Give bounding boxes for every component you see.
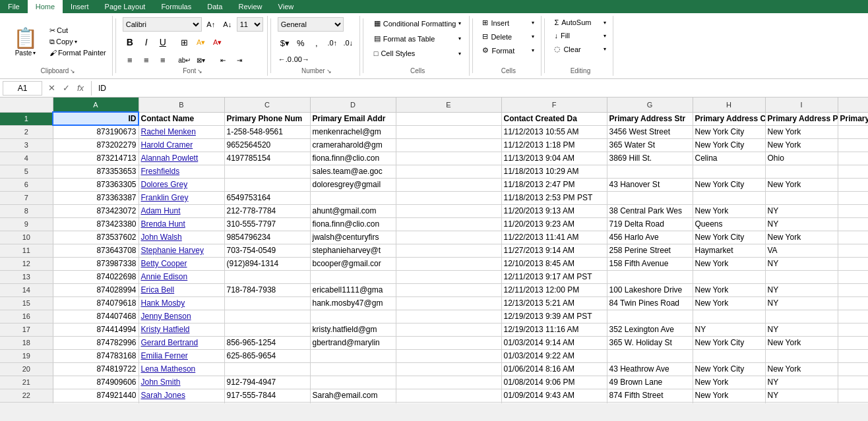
cell-11-B[interactable]: Stephanie Harvey (139, 244, 224, 257)
cell-12-I[interactable]: NY (765, 257, 838, 270)
cell-22-G[interactable]: 874 Fifth Street (607, 389, 693, 402)
cell-22-H[interactable]: New York (693, 389, 765, 402)
cell-link[interactable]: Erica Bell (141, 285, 175, 295)
cell-1-H[interactable]: Primary Address Cit (693, 112, 765, 125)
cell-5-B[interactable]: Freshfields (139, 165, 224, 178)
cell-4-I[interactable]: Ohio (765, 152, 838, 165)
cell-3-E[interactable] (396, 138, 501, 152)
conditional-formatting-button[interactable]: ▦ Conditional Formatting ▾ (370, 17, 466, 30)
row-header-19[interactable]: 19 (0, 349, 53, 362)
increase-decimal-button[interactable]: .0↑ (325, 36, 340, 50)
cell-9-D[interactable]: fiona.finn@clio.con (310, 217, 396, 231)
increase-font-button[interactable]: A↑ (204, 17, 218, 32)
cell-18-J[interactable] (838, 336, 868, 349)
cell-3-C[interactable]: 9652564520 (224, 138, 310, 152)
cell-8-F[interactable]: 11/20/2013 9:13 AM (501, 204, 607, 217)
paste-button[interactable]: 📋 Paste ▾ (8, 24, 43, 59)
row-header-2[interactable]: 2 (0, 125, 53, 138)
row-header-1[interactable]: 1 (0, 112, 53, 125)
increase-indent-button[interactable]: ⇥ (232, 53, 247, 67)
tab-insert[interactable]: Insert (63, 0, 97, 13)
col-header-A[interactable]: A (53, 98, 139, 112)
cell-16-D[interactable] (310, 310, 396, 323)
cell-7-F[interactable]: 11/18/2013 2:53 PM PST (501, 191, 607, 204)
cell-20-H[interactable]: New York City (693, 362, 765, 376)
row-header-14[interactable]: 14 (0, 283, 53, 296)
cell-23-I[interactable]: New York (765, 402, 838, 403)
percent-style-button[interactable]: % (294, 36, 308, 50)
delete-button[interactable]: ⊟ Delete ▾ (480, 31, 537, 42)
cell-link[interactable]: Annie Edison (141, 272, 188, 281)
cell-link[interactable]: Gerard Bertrand (141, 338, 199, 347)
cell-17-C[interactable] (224, 323, 310, 336)
cell-styles-button[interactable]: □ Cell Styles ▾ (370, 47, 466, 59)
cell-13-B[interactable]: Annie Edison (139, 270, 224, 283)
row-header-15[interactable]: 15 (0, 296, 53, 310)
cell-14-I[interactable]: NY (765, 283, 838, 296)
cell-23-E[interactable] (396, 402, 501, 403)
cell-10-H[interactable]: New York City (693, 231, 765, 244)
cell-link[interactable]: Franklin Grey (141, 193, 189, 202)
cell-16-F[interactable]: 12/19/2013 9:39 AM PST (501, 310, 607, 323)
cell-9-H[interactable]: Queens (693, 217, 765, 231)
cell-21-F[interactable]: 01/08/2014 9:06 PM (501, 376, 607, 389)
cell-3-D[interactable]: crameraharold@gm (310, 138, 396, 152)
cell-21-A[interactable]: 874909606 (53, 376, 139, 389)
cell-23-G[interactable]: 23 Witcher St (607, 402, 693, 403)
accounting-format-button[interactable]: $▾ (278, 36, 292, 50)
decrease-font-button[interactable]: A↓ (220, 17, 235, 32)
row-header-13[interactable]: 13 (0, 270, 53, 283)
cell-5-E[interactable] (396, 165, 501, 178)
cell-3-F[interactable]: 11/12/2013 1:18 PM (501, 138, 607, 152)
confirm-formula-button[interactable]: ✓ (59, 82, 73, 95)
row-header-5[interactable]: 5 (0, 165, 53, 178)
cell-11-G[interactable]: 258 Perine Street (607, 244, 693, 257)
cell-13-H[interactable] (693, 270, 765, 283)
cell-7-C[interactable]: 6549753164 (224, 191, 310, 204)
cell-19-F[interactable]: 01/03/2014 9:22 AM (501, 349, 607, 362)
autosum-button[interactable]: Σ AutoSum ▾ (551, 17, 609, 28)
cell-1-J[interactable]: Primary Address Po (838, 112, 868, 125)
cell-17-B[interactable]: Kristy Hatfield (139, 323, 224, 336)
cell-10-J[interactable] (838, 231, 868, 244)
cell-8-D[interactable]: ahunt@gmail.com (310, 204, 396, 217)
col-header-B[interactable]: B (139, 98, 224, 112)
cell-link[interactable]: Brenda Hunt (141, 219, 185, 229)
insert-button[interactable]: ⊞ Insert ▾ (480, 17, 537, 28)
cell-3-J[interactable] (838, 138, 868, 152)
cell-10-E[interactable] (396, 231, 501, 244)
cell-2-C[interactable]: 1-258-548-9561 (224, 125, 310, 138)
format-painter-button[interactable]: 🖌 Format Painter (47, 48, 108, 57)
cell-19-B[interactable]: Emilia Ferner (139, 349, 224, 362)
clear-button[interactable]: ◌ Clear ▾ (551, 43, 609, 55)
cell-18-H[interactable]: New York City (693, 336, 765, 349)
cell-14-C[interactable]: 718-784-7938 (224, 283, 310, 296)
cell-6-E[interactable] (396, 178, 501, 191)
cell-2-E[interactable] (396, 125, 501, 138)
cell-17-J[interactable] (838, 323, 868, 336)
cell-17-F[interactable]: 12/19/2013 11:16 AM (501, 323, 607, 336)
cell-18-F[interactable]: 01/03/2014 9:14 AM (501, 336, 607, 349)
cell-14-H[interactable]: New York (693, 283, 765, 296)
cell-16-H[interactable] (693, 310, 765, 323)
cell-6-D[interactable]: doloresgrey@gmail (310, 178, 396, 191)
cell-23-A[interactable]: 875173618 (53, 402, 139, 403)
cell-4-G[interactable]: 3869 Hill St. (607, 152, 693, 165)
cell-5-A[interactable]: 873353653 (53, 165, 139, 178)
cell-7-G[interactable] (607, 191, 693, 204)
italic-button[interactable]: I (139, 35, 154, 49)
cell-2-G[interactable]: 3456 West Street (607, 125, 693, 138)
cell-13-C[interactable] (224, 270, 310, 283)
cell-5-G[interactable] (607, 165, 693, 178)
cell-21-J[interactable] (838, 376, 868, 389)
cell-15-F[interactable]: 12/13/2013 5:21 AM (501, 296, 607, 310)
align-right-button[interactable]: ≡ (156, 53, 170, 67)
cell-8-J[interactable] (838, 204, 868, 217)
dec-right-button[interactable]: .00→ (294, 52, 308, 67)
cell-4-D[interactable]: fiona.finn@clio.con (310, 152, 396, 165)
tab-formulas[interactable]: Formulas (153, 0, 199, 13)
cell-12-C[interactable]: (912)894-1314 (224, 257, 310, 270)
cell-17-I[interactable]: NY (765, 323, 838, 336)
cell-11-F[interactable]: 11/27/2013 9:14 AM (501, 244, 607, 257)
tab-review[interactable]: Review (230, 0, 270, 13)
